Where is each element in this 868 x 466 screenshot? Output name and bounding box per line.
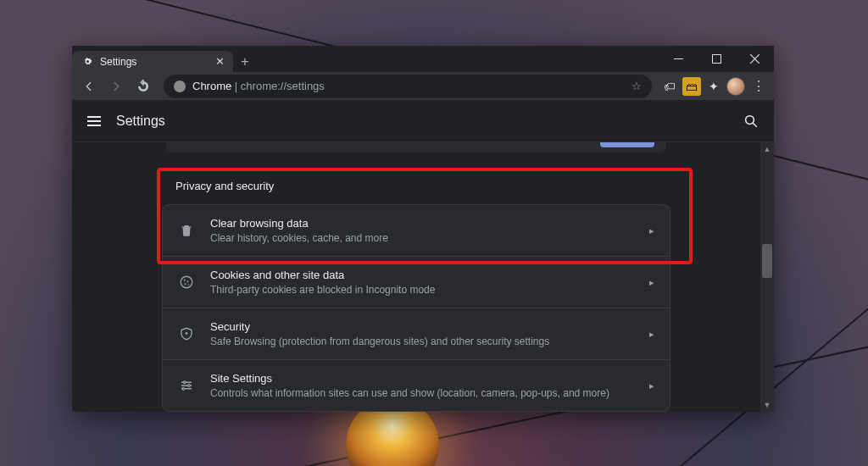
menu-button[interactable]: ⋮ xyxy=(748,78,769,94)
close-tab-icon[interactable]: ✕ xyxy=(215,55,225,68)
hamburger-menu-icon[interactable] xyxy=(87,116,101,126)
sliders-icon xyxy=(178,377,195,394)
svg-point-6 xyxy=(187,280,189,282)
extension-icon[interactable]: 🗃 xyxy=(682,77,701,96)
svg-point-2 xyxy=(746,115,754,124)
section-privacy-security: Privacy and security Clear browsing data… xyxy=(162,173,670,412)
chrome-window: Settings ✕ + Chrome | chrome://settings … xyxy=(72,46,774,412)
page-title: Settings xyxy=(116,114,165,129)
svg-point-14 xyxy=(188,385,191,387)
scrollbar[interactable]: ▲ ▼ xyxy=(760,142,774,412)
maximize-button[interactable] xyxy=(698,46,736,72)
row-subtitle: Controls what information sites can use … xyxy=(210,387,634,399)
back-button[interactable] xyxy=(77,75,101,98)
minimize-button[interactable] xyxy=(659,46,698,72)
svg-point-5 xyxy=(184,280,186,281)
settings-card: Clear browsing data Clear history, cooki… xyxy=(162,204,670,412)
desktop-wallpaper: Settings ✕ + Chrome | chrome://settings … xyxy=(0,0,868,466)
trash-icon xyxy=(178,222,195,239)
row-security[interactable]: Security Safe Browsing (protection from … xyxy=(163,308,670,360)
section-title: Privacy and security xyxy=(162,173,670,204)
svg-point-8 xyxy=(188,284,190,286)
extensions-puzzle-icon[interactable]: ✦ xyxy=(704,77,723,96)
reload-button[interactable] xyxy=(131,75,155,98)
bookmark-star-icon[interactable]: ☆ xyxy=(632,80,642,92)
row-subtitle: Safe Browsing (protection from dangerous… xyxy=(210,336,634,347)
scroll-thumb[interactable] xyxy=(762,244,772,278)
svg-rect-1 xyxy=(713,55,721,64)
browser-tab[interactable]: Settings ✕ xyxy=(72,51,233,72)
address-bar[interactable]: Chrome | chrome://settings ☆ xyxy=(164,75,652,98)
svg-point-15 xyxy=(182,387,185,390)
row-title: Clear browsing data xyxy=(210,217,634,230)
tab-title: Settings xyxy=(100,56,136,68)
row-site-settings[interactable]: Site Settings Controls what information … xyxy=(163,360,670,411)
row-title: Site Settings xyxy=(210,372,634,385)
row-title: Cookies and other site data xyxy=(210,269,634,281)
settings-content[interactable]: Privacy and security Clear browsing data… xyxy=(72,142,760,412)
svg-point-4 xyxy=(181,276,192,288)
svg-point-7 xyxy=(185,283,186,285)
chrome-icon xyxy=(174,80,186,92)
svg-line-3 xyxy=(753,123,757,127)
search-icon[interactable] xyxy=(743,114,759,129)
titlebar: Settings ✕ + xyxy=(72,46,774,72)
row-cookies[interactable]: Cookies and other site data Third-party … xyxy=(163,257,670,308)
svg-point-13 xyxy=(183,381,186,384)
chevron-right-icon: ▸ xyxy=(649,380,654,391)
cookie-icon xyxy=(178,274,195,291)
chevron-right-icon: ▸ xyxy=(649,277,654,288)
row-subtitle: Clear history, cookies, cache, and more xyxy=(210,232,634,244)
scroll-up-icon[interactable]: ▲ xyxy=(760,142,774,156)
row-title: Security xyxy=(210,320,634,333)
profile-avatar[interactable] xyxy=(726,77,745,96)
chevron-right-icon: ▸ xyxy=(649,329,654,340)
row-clear-browsing-data[interactable]: Clear browsing data Clear history, cooki… xyxy=(163,205,670,257)
settings-header: Settings xyxy=(72,100,774,142)
shield-icon xyxy=(178,325,195,342)
new-tab-button[interactable]: + xyxy=(233,51,257,72)
row-subtitle: Third-party cookies are blocked in Incog… xyxy=(210,284,634,296)
chevron-right-icon: ▸ xyxy=(649,225,654,236)
toolbar: Chrome | chrome://settings ☆ 🏷 🗃 ✦ ⋮ xyxy=(72,72,774,100)
close-window-button[interactable] xyxy=(736,46,774,72)
scroll-down-icon[interactable]: ▼ xyxy=(760,398,774,412)
window-controls xyxy=(659,46,774,72)
extension-icon[interactable]: 🏷 xyxy=(660,77,679,96)
gear-icon xyxy=(82,56,93,67)
svg-point-9 xyxy=(186,332,188,335)
svg-rect-0 xyxy=(674,58,683,59)
url-text: Chrome | chrome://settings xyxy=(192,80,325,92)
previous-section-peek xyxy=(166,142,666,153)
content-area: Privacy and security Clear browsing data… xyxy=(72,142,774,412)
forward-button[interactable] xyxy=(104,75,128,98)
